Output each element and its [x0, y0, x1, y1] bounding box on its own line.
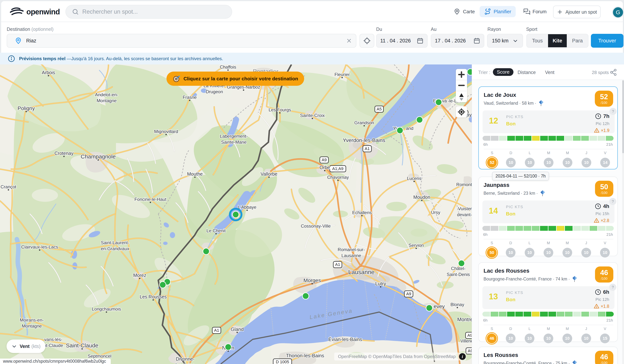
svg-text:Champagnole: Champagnole: [81, 153, 116, 159]
svg-text:Poligny: Poligny: [18, 105, 35, 111]
svg-text:Frasne: Frasne: [183, 95, 197, 100]
svg-text:Lutry: Lutry: [375, 281, 386, 286]
svg-text:Cossonay-Ville: Cossonay-Ville: [301, 224, 331, 228]
svg-text:Évian-les-Bains: Évian-les-Bains: [328, 337, 362, 342]
svg-text:Thonon-les-Bains: Thonon-les-Bains: [286, 353, 324, 358]
svg-text:L'Abbaye: L'Abbaye: [238, 205, 256, 210]
svg-text:Servion: Servion: [409, 243, 424, 248]
svg-text:Sainte-Marie: Sainte-Marie: [221, 139, 247, 145]
svg-text:nt-Claude: nt-Claude: [44, 343, 63, 348]
svg-text:devant-R: devant-R: [457, 212, 472, 217]
svg-text:Morges: Morges: [303, 277, 321, 283]
svg-text:Montreu: Montreu: [457, 317, 472, 322]
svg-text:Septmoncel: Septmoncel: [88, 354, 111, 359]
svg-text:A9: A9: [322, 158, 327, 162]
svg-text:Echallens: Echallens: [352, 210, 372, 215]
svg-text:Châtel-: Châtel-: [451, 266, 465, 271]
svg-text:Chavornay: Chavornay: [327, 175, 349, 180]
svg-text:Saint-Laurent-: Saint-Laurent-: [101, 240, 129, 245]
svg-text:Divonne-: Divonne-: [176, 356, 195, 362]
svg-text:A1: A1: [214, 328, 219, 333]
svg-text:Labergement-: Labergement-: [220, 134, 248, 139]
svg-text:Saint-Claude: Saint-Claude: [66, 342, 98, 348]
svg-text:Villeneu: Villeneu: [460, 339, 472, 343]
svg-text:A9: A9: [406, 292, 411, 296]
svg-text:Moirans-en-: Moirans-en-: [20, 318, 44, 322]
svg-text:Clairvaux-les-Lacs: Clairvaux-les-Lacs: [21, 244, 58, 250]
svg-text:and: and: [406, 126, 413, 131]
svg-text:Mignovillard: Mignovillard: [154, 129, 178, 134]
svg-text:Montagne: Montagne: [22, 323, 42, 328]
svg-text:A9: A9: [468, 348, 472, 353]
svg-text:en-Grandvaux: en-Grandvaux: [101, 246, 129, 251]
svg-text:vans-lès-: vans-lès-: [44, 337, 62, 342]
svg-text:Longchaumois: Longchaumois: [92, 306, 121, 312]
svg-text:Andelot-en-: Andelot-en-: [95, 92, 118, 97]
svg-text:Fleurier: Fleurier: [335, 72, 350, 77]
svg-text:evey: evey: [434, 303, 445, 309]
svg-text:les-Bains: les-Bains: [176, 363, 195, 364]
svg-text:A1: A1: [335, 262, 340, 267]
svg-text:A1: A1: [365, 146, 370, 151]
svg-text:Romont F: Romont F: [456, 182, 472, 187]
svg-text:Montagne: Montagne: [97, 98, 117, 103]
svg-text:Saint-Denis: Saint-Denis: [447, 272, 470, 277]
svg-text:Crançot: Crançot: [0, 184, 16, 189]
svg-text:Foncine-le-Haut: Foncine-le-Haut: [134, 197, 166, 202]
svg-text:A5: A5: [377, 107, 382, 111]
svg-text:Crotenay: Crotenay: [54, 151, 74, 156]
svg-text:Ursy: Ursy: [431, 210, 440, 215]
svg-text:Orbe: Orbe: [319, 165, 330, 170]
svg-text:ay: ay: [467, 112, 471, 117]
svg-text:Morez: Morez: [133, 273, 146, 278]
svg-text:Lausanne: Lausanne: [348, 269, 375, 275]
svg-text:Vallorbe: Vallorbe: [260, 171, 277, 177]
svg-text:Mouthe: Mouthe: [187, 171, 203, 177]
svg-text:Chaffois: Chaffois: [220, 65, 236, 69]
svg-text:Les Fourgs: Les Fourgs: [269, 107, 291, 112]
svg-text:Gland: Gland: [231, 326, 244, 332]
svg-text:Moudon: Moudon: [413, 195, 430, 200]
svg-text:Romanel-sur-: Romanel-sur-: [338, 247, 365, 252]
svg-text:Arbois: Arbois: [42, 70, 55, 75]
svg-text:Les Rousses: Les Rousses: [140, 294, 167, 299]
svg-text:Yverdon-les-Bains: Yverdon-les-Bains: [343, 137, 385, 143]
svg-text:Blonay: Blonay: [450, 302, 464, 307]
svg-text:Vuistern: Vuistern: [458, 206, 472, 211]
svg-text:A9: A9: [468, 333, 472, 338]
svg-text:Lucens: Lucens: [407, 176, 421, 181]
svg-text:A1;A9: A1;A9: [332, 166, 343, 171]
svg-text:Grandson: Grandson: [354, 120, 374, 125]
svg-text:Drugeon: Drugeon: [206, 89, 223, 94]
svg-text:Sainte-Croix: Sainte-Croix: [300, 113, 325, 118]
svg-text:Le Chenit: Le Chenit: [207, 228, 226, 233]
svg-text:D 1005: D 1005: [276, 360, 289, 364]
svg-text:Lausanne: Lausanne: [341, 253, 361, 258]
